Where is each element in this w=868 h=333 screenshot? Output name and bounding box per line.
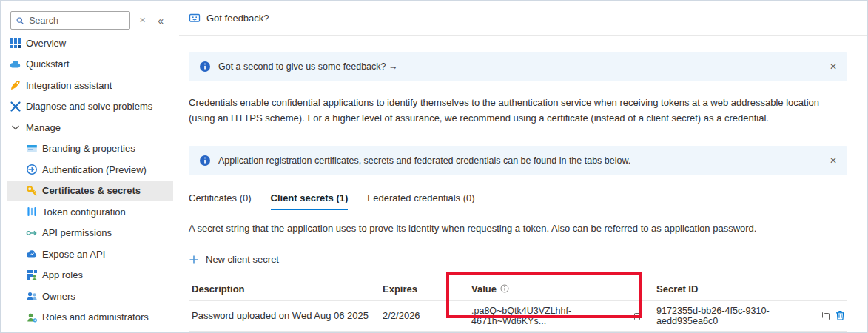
sidebar-group-manage[interactable]: Manage: [7, 117, 173, 138]
plus-icon: [189, 255, 199, 265]
person-admin-icon: [26, 312, 38, 323]
sidebar-item-label: Authentication (Preview): [42, 164, 147, 175]
feedback-banner: Got a second to give us some feedback? →…: [189, 52, 847, 81]
sidebar-item-label: Quickstart: [26, 58, 70, 70]
sidebar-item-label: Token configuration: [42, 206, 126, 218]
sidebar-item-api-permissions[interactable]: API permissions: [7, 223, 173, 244]
sidebar-collapse-icon[interactable]: «: [158, 15, 164, 27]
secret-row: Password uploaded on Wed Aug 06 2025 2/2…: [189, 301, 847, 332]
close-icon[interactable]: ✕: [830, 155, 837, 166]
chevron-down-icon: [10, 121, 21, 133]
sidebar-item-label: Expose an API: [42, 249, 105, 260]
search-icon: [16, 16, 24, 26]
quickstart-cloud-icon: [10, 58, 21, 70]
rocket-icon: [10, 79, 21, 91]
new-client-secret-button[interactable]: New client secret: [189, 254, 279, 265]
sidebar-nav: Overview Quickstart Integration assistan…: [1, 33, 179, 328]
sidebar-item-label: Certificates & secrets: [42, 185, 141, 196]
cloud-icon: [26, 248, 38, 260]
got-feedback-button[interactable]: Got feedback?: [206, 13, 269, 24]
branding-icon: [26, 143, 38, 155]
secret-expires-cell: 2/2/2026: [380, 310, 468, 321]
search-box[interactable]: [10, 11, 130, 30]
tab-client-secrets[interactable]: Client secrets (1): [271, 192, 349, 210]
feedback-icon: [189, 13, 201, 24]
sidebar-item-overview[interactable]: Overview: [7, 33, 173, 54]
info-icon: [199, 155, 211, 166]
sidebar-item-quickstart[interactable]: Quickstart: [7, 54, 173, 75]
sliders-icon: [26, 206, 38, 218]
sidebar-item-diagnose[interactable]: Diagnose and solve problems: [7, 96, 173, 118]
close-icon[interactable]: ✕: [830, 61, 837, 72]
api-arrow-icon: [26, 227, 38, 239]
sidebar-item-expose-api[interactable]: Expose an API: [7, 243, 173, 265]
sidebar-item-certificates-secrets[interactable]: Certificates & secrets: [7, 181, 173, 202]
header-secret-id: Secret ID: [653, 283, 847, 295]
tabs-info-banner: Application registration certificates, s…: [189, 146, 847, 175]
sidebar-item-label: App roles: [42, 269, 83, 280]
header-expires: Expires: [380, 283, 468, 295]
sidebar-item-integration-assistant[interactable]: Integration assistant: [7, 75, 173, 96]
tab-bar: Certificates (0) Client secrets (1) Fede…: [189, 192, 847, 210]
info-tooltip-icon[interactable]: [500, 284, 509, 293]
client-secret-description: A secret string that the application use…: [189, 223, 847, 234]
feedback-banner-link[interactable]: Got a second to give us some feedback? →: [218, 61, 398, 72]
search-input[interactable]: [29, 16, 125, 26]
sidebar-item-roles-administrators[interactable]: Roles and administrators: [7, 307, 173, 329]
tab-certificates[interactable]: Certificates (0): [189, 192, 252, 210]
sidebar-item-token-configuration[interactable]: Token configuration: [7, 201, 173, 223]
copy-value-icon[interactable]: [631, 311, 642, 321]
sign-in-arrow-icon: [26, 164, 38, 175]
tab-federated-credentials[interactable]: Federated credentials (0): [367, 192, 474, 210]
header-description: Description: [189, 283, 380, 295]
new-client-secret-label: New client secret: [206, 254, 279, 265]
copy-secret-id-icon[interactable]: [821, 311, 831, 321]
sidebar-item-label: Branding & properties: [42, 143, 135, 154]
toolbar: Got feedback?: [179, 1, 867, 36]
sidebar-item-app-roles[interactable]: App roles: [7, 265, 173, 286]
sidebar-item-label: Roles and administrators: [42, 312, 149, 323]
main-content: Got feedback? Got a second to give us so…: [179, 1, 867, 332]
people-icon: [26, 290, 38, 302]
table-header-row: Description Expires Value Secret ID: [189, 277, 847, 301]
sidebar-group-label: Manage: [26, 122, 61, 133]
sidebar-item-label: Owners: [42, 291, 75, 302]
secret-id-cell: 9172355d-bb26-4f5c-9310-aedd935ea6c0: [653, 306, 847, 326]
sidebar-search-row: ✕ «: [10, 11, 179, 30]
secret-description-cell: Password uploaded on Wed Aug 06 2025: [189, 310, 380, 321]
sidebar-item-authentication[interactable]: Authentication (Preview): [7, 159, 173, 181]
sidebar-item-branding[interactable]: Branding & properties: [7, 138, 173, 160]
credentials-intro-text: Credentials enable confidential applicat…: [189, 95, 847, 126]
sidebar: ✕ « Overview Quickstart Integration assi…: [1, 1, 179, 332]
delete-secret-icon[interactable]: [835, 310, 846, 321]
header-value: Value: [468, 283, 653, 295]
secret-id-text: 9172355d-bb26-4f5c-9310-aedd935ea6c0: [656, 306, 813, 326]
secret-value-cell: .pa8Q~bQtk4U3VZLhhf-4671h~Wd6KYs...: [468, 306, 653, 326]
key-icon: [26, 185, 38, 197]
overview-grid-icon: [10, 37, 21, 49]
tabs-info-text: Application registration certificates, s…: [218, 155, 630, 166]
grid-person-icon: [26, 269, 38, 281]
app-registration-certificates-page: ✕ « Overview Quickstart Integration assi…: [0, 0, 868, 333]
sidebar-item-label: API permissions: [42, 227, 112, 238]
sidebar-item-label: Diagnose and solve problems: [26, 101, 152, 112]
info-icon: [199, 61, 211, 73]
crossed-tools-icon: [10, 101, 21, 112]
client-secrets-table: Description Expires Value Secret ID Pass…: [189, 277, 847, 332]
sidebar-item-label: Integration assistant: [26, 80, 112, 91]
sidebar-item-label: Overview: [26, 38, 66, 49]
search-clear-icon[interactable]: ✕: [139, 16, 146, 25]
secret-value-text: .pa8Q~bQtk4U3VZLhhf-4671h~Wd6KYs...: [471, 306, 628, 326]
sidebar-item-owners[interactable]: Owners: [7, 286, 173, 307]
